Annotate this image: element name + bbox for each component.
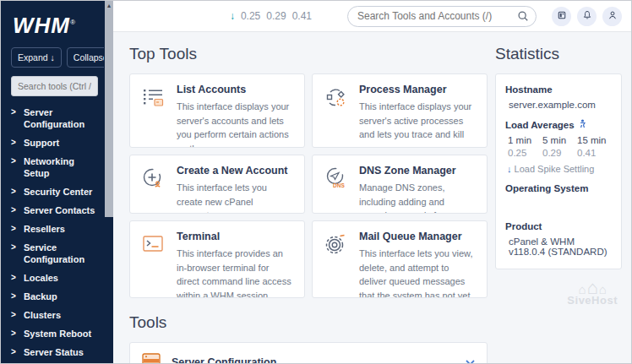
operating-system-value [509, 198, 612, 212]
chevron-right-icon: > [11, 328, 24, 338]
create-account-icon [141, 165, 166, 204]
card-title: Terminal [177, 231, 293, 242]
topbar: ↓ 0.25 0.29 0.41 [113, 1, 631, 32]
dns-zone-icon: DNS [324, 165, 349, 204]
global-search-input[interactable] [347, 6, 537, 27]
expand-button[interactable]: Expand ↓ [11, 47, 62, 68]
card-description: This interface lets you create new cPane… [177, 181, 293, 214]
tools-accordion: Server Configuration [129, 342, 488, 364]
user-icon [607, 10, 618, 23]
tools-group-server-configuration[interactable]: Server Configuration [130, 343, 487, 364]
sidebar-item-locales[interactable]: >Locales [11, 272, 101, 284]
load-history-icon[interactable] [579, 119, 586, 130]
topbar-load-averages: ↓ 0.25 0.29 0.41 [230, 10, 312, 22]
sidebar-item-security-center[interactable]: >Security Center [11, 186, 101, 198]
chevron-right-icon: > [11, 155, 24, 166]
statistics-title: Statistics [495, 45, 622, 63]
product-value: cPanel & WHM v118.0.4 (STANDARD) [509, 236, 612, 257]
sidebar-nav: >Server Configuration >Support >Networki… [11, 106, 101, 364]
search-icon[interactable] [517, 10, 529, 25]
sidebar-item-networking-setup[interactable]: >Networking Setup [11, 155, 101, 179]
scroll-up-icon[interactable]: ▴ [105, 1, 113, 11]
sidebar-search-input[interactable] [11, 76, 98, 96]
terminal-icon [141, 231, 166, 288]
sidebar-item-service-configuration[interactable]: >Service Configuration [11, 242, 101, 265]
registered-mark: ® [70, 19, 76, 26]
sidebar-item-server-configuration[interactable]: >Server Configuration [11, 106, 101, 130]
whm-screen: WHM® Expand ↓ Collapse ↑ >Server Configu… [0, 0, 632, 364]
card-description: This interface displays your server's ac… [177, 100, 293, 148]
sidebar-scrollbar[interactable]: ▴ [104, 1, 113, 363]
card-dns-zone-manager[interactable]: DNS DNS Zone Manager Manage DNS zones, i… [312, 155, 488, 214]
tools-group-label: Server Configuration [172, 356, 465, 364]
sidebar-item-server-status[interactable]: >Server Status [11, 346, 101, 358]
chevron-right-icon: > [11, 346, 24, 356]
product-label: Product [505, 221, 612, 231]
bell-icon [582, 10, 592, 23]
card-title: Mail Queue Manager [359, 231, 476, 242]
load-columns: 1 min5 min15 min [508, 135, 612, 145]
card-title: Create a New Account [177, 165, 293, 177]
chevron-right-icon: > [11, 137, 24, 147]
card-title: List Accounts [177, 84, 293, 95]
down-arrow-icon: ↓ [507, 164, 512, 174]
load-down-arrow-icon: ↓ [230, 10, 235, 22]
load-5min: 0.29 [266, 10, 286, 22]
user-button[interactable] [602, 7, 622, 26]
mail-queue-icon [324, 231, 349, 288]
chevron-right-icon: > [11, 242, 24, 252]
chevron-down-icon[interactable] [465, 355, 476, 364]
sidebar-item-server-contacts[interactable]: >Server Contacts [11, 204, 101, 216]
card-create-new-account[interactable]: Create a New Account This interface lets… [129, 155, 305, 214]
whm-logo: WHM® [13, 13, 101, 39]
notifications-button[interactable] [577, 7, 597, 26]
server-info-icon [557, 10, 567, 23]
sidebar-item-system-reboot[interactable]: >System Reboot [11, 328, 101, 340]
load-values: 0.250.290.41 [508, 148, 612, 158]
sidebar: WHM® Expand ↓ Collapse ↑ >Server Configu… [1, 1, 113, 363]
hostname-label: Hostname [505, 84, 612, 95]
card-title: Process Manager [359, 84, 476, 95]
svg-text:DNS: DNS [333, 182, 345, 188]
content-area: Top Tools List Accounts This interface d… [113, 32, 631, 363]
card-title: DNS Zone Manager [359, 165, 476, 177]
sidebar-item-support[interactable]: >Support [11, 137, 101, 149]
card-description: This interface lets you view, delete, an… [359, 247, 476, 298]
top-tools-grid: List Accounts This interface displays yo… [129, 73, 488, 298]
statistics-panel: Hostname server.example.com Load Average… [495, 73, 622, 269]
chevron-right-icon: > [11, 106, 24, 117]
server-info-button[interactable] [552, 7, 571, 26]
server-icon [141, 351, 161, 364]
chevron-right-icon: > [11, 291, 24, 301]
card-description: This interface provides an in-browser te… [177, 247, 293, 298]
chevron-right-icon: > [11, 186, 24, 196]
chevron-right-icon: > [11, 272, 24, 282]
card-mail-queue-manager[interactable]: Mail Queue Manager This interface lets y… [312, 220, 488, 298]
sidebar-item-resellers[interactable]: >Resellers [11, 223, 101, 235]
top-tools-title: Top Tools [129, 45, 488, 63]
sidebar-item-clusters[interactable]: >Clusters [11, 309, 101, 321]
sidebar-item-backup[interactable]: >Backup [11, 291, 101, 302]
sidebar-scrollbar-thumb[interactable]: ▴ [105, 1, 113, 217]
card-description: This interface displays your server's ac… [359, 100, 476, 148]
load-spike-settling[interactable]: ↓ Load Spike Settling [507, 164, 612, 174]
card-description: Manage DNS zones, including adding and r… [359, 181, 476, 214]
process-manager-icon [324, 84, 349, 138]
hostname-value: server.example.com [509, 100, 612, 110]
card-process-manager[interactable]: Process Manager This interface displays … [312, 73, 488, 148]
chevron-right-icon: > [11, 309, 24, 319]
chevron-right-icon: > [11, 204, 24, 215]
operating-system-label: Operating System [505, 183, 612, 193]
list-accounts-icon [141, 84, 166, 138]
card-terminal[interactable]: Terminal This interface provides an in-b… [129, 220, 305, 298]
load-1min: 0.25 [241, 10, 260, 22]
chevron-right-icon: > [11, 223, 24, 233]
expand-arrow-icon: ↓ [51, 52, 55, 62]
load-15min: 0.41 [292, 10, 312, 22]
card-list-accounts[interactable]: List Accounts This interface displays yo… [129, 73, 305, 148]
load-averages-label: Load Averages [505, 120, 575, 130]
tools-title: Tools [129, 313, 488, 332]
